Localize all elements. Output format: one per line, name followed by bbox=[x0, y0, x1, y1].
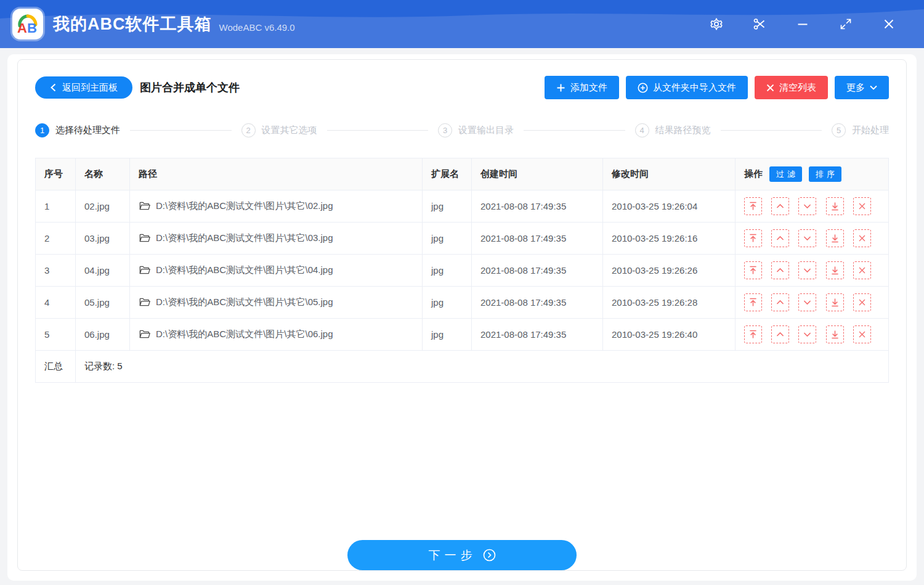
move-to-top-icon bbox=[748, 297, 758, 308]
remove-row-button[interactable] bbox=[853, 197, 871, 215]
cell-ops bbox=[736, 255, 889, 287]
step-item: 1 选择待处理文件 bbox=[35, 123, 120, 137]
move-to-bottom-button[interactable] bbox=[826, 229, 844, 247]
move-down-button[interactable] bbox=[798, 197, 816, 215]
move-down-button[interactable] bbox=[798, 325, 816, 343]
step-label: 选择待处理文件 bbox=[55, 125, 120, 136]
more-button[interactable]: 更多 bbox=[835, 76, 889, 99]
move-to-top-button[interactable] bbox=[744, 325, 762, 343]
cell-path: D:\资料\我的ABC测试文件\图片\其它\05.jpg bbox=[130, 287, 423, 319]
svg-text:A: A bbox=[17, 20, 27, 36]
remove-row-button[interactable] bbox=[853, 261, 871, 279]
move-up-button[interactable] bbox=[771, 197, 789, 215]
close-icon[interactable] bbox=[875, 12, 903, 36]
cell-path: D:\资料\我的ABC测试文件\图片\其它\04.jpg bbox=[130, 255, 423, 287]
cell-ext: jpg bbox=[423, 190, 472, 223]
remove-row-button[interactable] bbox=[853, 325, 871, 343]
settings-gear-icon[interactable] bbox=[702, 12, 731, 36]
cell-ext: jpg bbox=[423, 287, 472, 319]
move-to-bottom-button[interactable] bbox=[826, 325, 844, 343]
x-icon bbox=[766, 84, 774, 92]
import-from-folder-label: 从文件夹中导入文件 bbox=[653, 82, 736, 94]
move-to-top-button[interactable] bbox=[744, 261, 762, 279]
move-to-bottom-button[interactable] bbox=[826, 197, 844, 215]
cell-created: 2021-08-08 17:49:35 bbox=[472, 255, 603, 287]
filter-button[interactable]: 过滤 bbox=[769, 166, 802, 182]
file-path: D:\资料\我的ABC测试文件\图片\其它\05.jpg bbox=[156, 297, 333, 308]
chevron-down-icon bbox=[802, 265, 813, 276]
cell-name: 02.jpg bbox=[76, 190, 130, 223]
folder-open-icon bbox=[139, 200, 150, 212]
plus-icon bbox=[556, 83, 565, 92]
summary-records: 记录数: 5 bbox=[76, 351, 889, 383]
cell-ext: jpg bbox=[423, 255, 472, 287]
sort-button[interactable]: 排序 bbox=[809, 166, 841, 182]
header-modified: 修改时间 bbox=[603, 158, 736, 190]
content-panel: 返回到主面板 图片合并成单个文件 添加文件 从文件夹中导入文件 bbox=[17, 59, 907, 571]
move-up-button[interactable] bbox=[771, 261, 789, 279]
app-logo: A B bbox=[12, 9, 43, 39]
ops-header-label: 操作 bbox=[744, 168, 763, 180]
header-ops: 操作 过滤 排序 bbox=[736, 158, 889, 190]
app-logo-icon: A B bbox=[15, 11, 41, 37]
cell-path: D:\资料\我的ABC测试文件\图片\其它\06.jpg bbox=[130, 319, 423, 351]
table-row: 2 03.jpg D:\资料\我的ABC测试文件\图片\其它\03.jpg jp… bbox=[36, 223, 889, 255]
add-files-button[interactable]: 添加文件 bbox=[545, 76, 619, 99]
minimize-icon[interactable] bbox=[788, 12, 817, 36]
move-down-button[interactable] bbox=[798, 229, 816, 247]
x-icon bbox=[857, 330, 867, 339]
cell-modified: 2010-03-25 19:26:16 bbox=[603, 223, 736, 255]
app-title: 我的ABC软件工具箱 bbox=[53, 13, 212, 35]
clear-list-label: 清空列表 bbox=[779, 82, 816, 94]
move-to-bottom-button[interactable] bbox=[826, 261, 844, 279]
toolbar: 返回到主面板 图片合并成单个文件 添加文件 从文件夹中导入文件 bbox=[18, 60, 906, 99]
header-created: 创建时间 bbox=[472, 158, 603, 190]
back-to-dashboard-button[interactable]: 返回到主面板 bbox=[35, 76, 132, 99]
cell-created: 2021-08-08 17:49:35 bbox=[472, 287, 603, 319]
scissors-icon[interactable] bbox=[745, 12, 774, 36]
main-card: 返回到主面板 图片合并成单个文件 添加文件 从文件夹中导入文件 bbox=[7, 54, 917, 581]
add-files-label: 添加文件 bbox=[570, 82, 607, 94]
move-down-button[interactable] bbox=[798, 261, 816, 279]
move-to-top-icon bbox=[748, 265, 758, 276]
cell-index: 3 bbox=[36, 255, 76, 287]
step-label: 设置其它选项 bbox=[262, 125, 317, 136]
cell-index: 1 bbox=[36, 190, 76, 223]
move-to-bottom-button[interactable] bbox=[826, 293, 844, 311]
maximize-icon[interactable] bbox=[832, 12, 860, 36]
step-indicator: 1 选择待处理文件 2 设置其它选项 3 设置输出目录 4 结果路径预览 5 开… bbox=[35, 123, 889, 137]
table-row: 1 02.jpg D:\资料\我的ABC测试文件\图片\其它\02.jpg jp… bbox=[36, 190, 889, 223]
circle-arrow-right-icon bbox=[483, 549, 496, 562]
cell-modified: 2010-03-25 19:26:40 bbox=[603, 319, 736, 351]
remove-row-button[interactable] bbox=[853, 293, 871, 311]
move-to-top-button[interactable] bbox=[744, 229, 762, 247]
move-to-bottom-icon bbox=[830, 233, 840, 243]
move-to-bottom-icon bbox=[830, 329, 840, 340]
cell-ops bbox=[736, 223, 889, 255]
move-to-top-button[interactable] bbox=[744, 197, 762, 215]
move-to-top-button[interactable] bbox=[744, 293, 762, 311]
move-up-button[interactable] bbox=[771, 229, 789, 247]
table-row: 5 06.jpg D:\资料\我的ABC测试文件\图片\其它\06.jpg jp… bbox=[36, 319, 889, 351]
cell-modified: 2010-03-25 19:26:04 bbox=[603, 190, 736, 223]
step-connector bbox=[130, 130, 232, 131]
remove-row-button[interactable] bbox=[853, 229, 871, 247]
step-item: 5 开始处理 bbox=[832, 123, 889, 137]
chevron-down-icon bbox=[870, 85, 877, 90]
clear-list-button[interactable]: 清空列表 bbox=[755, 76, 828, 99]
move-up-button[interactable] bbox=[771, 325, 789, 343]
cell-ops bbox=[736, 319, 889, 351]
import-from-folder-button[interactable]: 从文件夹中导入文件 bbox=[626, 76, 748, 99]
folder-open-icon bbox=[139, 264, 150, 276]
move-down-button[interactable] bbox=[798, 293, 816, 311]
move-to-bottom-icon bbox=[830, 297, 840, 308]
step-connector bbox=[327, 130, 429, 131]
header-path: 路径 bbox=[130, 158, 423, 190]
chevron-down-icon bbox=[802, 329, 813, 340]
cell-name: 05.jpg bbox=[76, 287, 130, 319]
move-up-button[interactable] bbox=[771, 293, 789, 311]
step-circle: 2 bbox=[241, 123, 256, 137]
chevron-down-icon bbox=[802, 297, 813, 308]
back-button-label: 返回到主面板 bbox=[62, 82, 118, 94]
next-step-button[interactable]: 下一步 bbox=[347, 540, 577, 570]
